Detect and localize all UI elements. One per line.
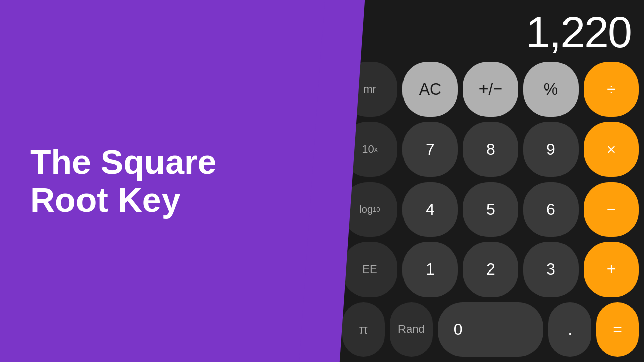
title-line2: Root Key	[30, 180, 180, 219]
button-row-2: 10x 7 8 9 ×	[342, 122, 639, 176]
title-text: The Square Root Key	[30, 143, 216, 219]
8-button[interactable]: 8	[463, 122, 518, 176]
ac-button[interactable]: AC	[403, 62, 458, 117]
minus-button[interactable]: −	[584, 182, 639, 237]
button-row-3: log10 4 5 6 −	[342, 182, 639, 237]
3-button[interactable]: 3	[523, 242, 579, 297]
title-line1: The Square	[30, 143, 216, 181]
calculator-display: 1,220	[342, 5, 639, 62]
multiply-button[interactable]: ×	[584, 122, 639, 176]
5-button[interactable]: 5	[463, 182, 518, 237]
0-button[interactable]: 0	[438, 302, 543, 357]
plus-minus-button[interactable]: +/−	[463, 62, 518, 117]
percent-button[interactable]: %	[523, 62, 579, 117]
button-grid: mr AC +/− % ÷ 10x 7 8 9 × log10 4 5 6 − …	[342, 62, 639, 357]
ee-button[interactable]: EE	[342, 242, 397, 297]
9-button[interactable]: 9	[523, 122, 579, 176]
display-value: 1,220	[526, 10, 631, 54]
1-button[interactable]: 1	[403, 242, 458, 297]
pi-button[interactable]: π	[342, 302, 385, 357]
6-button[interactable]: 6	[523, 182, 579, 237]
2-button[interactable]: 2	[463, 242, 518, 297]
4-button[interactable]: 4	[403, 182, 458, 237]
button-row-4: EE 1 2 3 +	[342, 242, 639, 297]
dot-button[interactable]: .	[548, 302, 591, 357]
rand-button[interactable]: Rand	[390, 302, 433, 357]
button-row-5: π Rand 0 . =	[342, 302, 639, 357]
button-row-1: mr AC +/− % ÷	[342, 62, 639, 117]
plus-button[interactable]: +	[584, 242, 639, 297]
equals-button[interactable]: =	[596, 302, 639, 357]
7-button[interactable]: 7	[403, 122, 458, 176]
left-panel: The Square Root Key	[0, 0, 332, 362]
calculator-panel: 1,220 mr AC +/− % ÷ 10x 7 8 9 × log10 4 …	[332, 0, 644, 362]
divide-button[interactable]: ÷	[584, 62, 639, 117]
